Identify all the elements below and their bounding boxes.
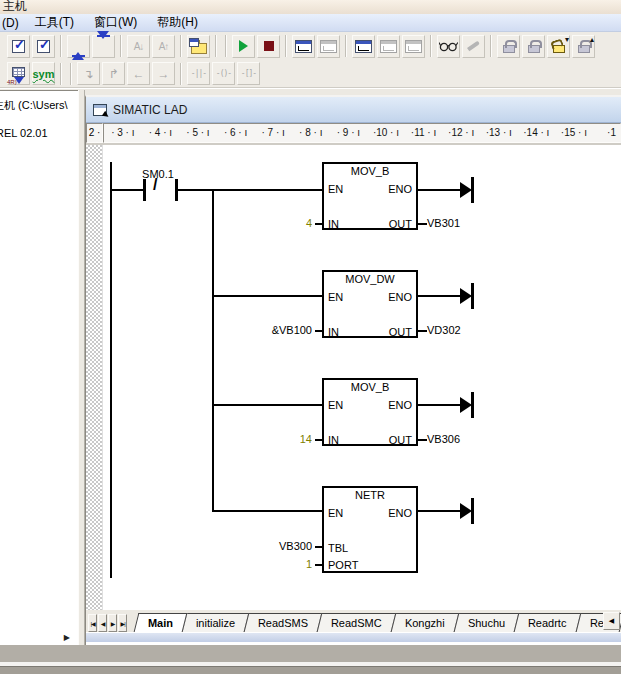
- write-lock-button[interactable]: [522, 35, 545, 58]
- menu-item-tools[interactable]: 工具(T): [25, 14, 84, 31]
- rung4-wire: [212, 510, 322, 512]
- toolbar-separator: [430, 35, 432, 57]
- force-button[interactable]: [462, 35, 485, 58]
- unlock-button[interactable]: ▾: [547, 35, 570, 58]
- horizontal-scrollbar[interactable]: [86, 632, 621, 642]
- tab-initialize[interactable]: initialize: [182, 613, 250, 632]
- box-icon: -[]-: [241, 69, 256, 78]
- sort-ascending-button[interactable]: A↑: [152, 35, 175, 58]
- toolbar-separator: [180, 35, 182, 57]
- run-icon: [239, 40, 248, 52]
- symbolic-addressing-button[interactable]: sym: [32, 62, 55, 85]
- tab-nav-next-button[interactable]: ▶: [108, 614, 117, 632]
- relock-icon: [578, 45, 590, 53]
- ruler-tick-cell: · 3 · ı: [104, 124, 142, 142]
- block-mov-dw[interactable]: MOV_DW EN ENO IN OUT: [322, 270, 418, 338]
- program-status-icon: [295, 40, 312, 53]
- operand-out-2[interactable]: VD302: [427, 324, 461, 336]
- tab-nav-last-button[interactable]: ▶|: [118, 614, 127, 632]
- pin-in: IN: [328, 326, 339, 338]
- pin-out: OUT: [389, 218, 412, 230]
- relock-arrow-icon: ▴: [590, 37, 594, 43]
- menu-item-help[interactable]: 帮助(H): [147, 14, 208, 31]
- network-margin: [86, 145, 103, 610]
- stop-button[interactable]: [257, 35, 280, 58]
- block-mov-b-1[interactable]: MOV_B EN ENO IN OUT: [322, 162, 418, 230]
- operand-in-1[interactable]: 4: [244, 217, 312, 229]
- pin-eno: ENO: [388, 507, 412, 519]
- toolbar-separator: [215, 35, 217, 57]
- ruler-tick-cell: · 4 · ı: [142, 124, 180, 142]
- line-left-button[interactable]: ←: [127, 62, 150, 85]
- toolbar-separator: [285, 35, 287, 57]
- menu-item-window[interactable]: 窗口(W): [84, 14, 147, 31]
- pin-out: OUT: [389, 434, 412, 446]
- compile-button[interactable]: [7, 35, 30, 58]
- download-button[interactable]: [92, 35, 115, 58]
- upload-button[interactable]: [67, 35, 90, 58]
- read-lock-button[interactable]: [497, 35, 520, 58]
- operand-in-2[interactable]: &VB100: [244, 324, 312, 336]
- line-right-button[interactable]: →: [152, 62, 175, 85]
- pin-port: PORT: [328, 559, 358, 571]
- tab-scroll-left-button[interactable]: ◀: [603, 612, 620, 630]
- project-tree-node-host[interactable]: 主机 (C:\Users\: [0, 98, 78, 113]
- branch-vertical-wire: [212, 189, 214, 512]
- compile-all-button[interactable]: [32, 35, 55, 58]
- block-mov-b-2[interactable]: MOV_B EN ENO IN OUT: [322, 378, 418, 446]
- compile-icon: [12, 40, 25, 53]
- block-netr[interactable]: NETR EN ENO TBL PORT: [322, 486, 418, 573]
- ruler-tick-cell: · 5 · ı: [179, 124, 217, 142]
- panel-scroll-right-icon[interactable]: ▶: [64, 633, 70, 642]
- operand-out-3[interactable]: VB306: [427, 433, 460, 445]
- monitor-button[interactable]: [437, 35, 460, 58]
- eno-wire-2: [418, 295, 461, 297]
- application-window: 主机 (D) 工具(T) 窗口(W) 帮助(H) A↓ A↑: [0, 0, 621, 674]
- address-table-button[interactable]: 4R): [7, 62, 30, 85]
- insert-coil-button[interactable]: -()-: [212, 62, 235, 85]
- pause-status-button[interactable]: [317, 35, 340, 58]
- operand-in-3[interactable]: 14: [244, 433, 312, 445]
- chart-status-button[interactable]: [352, 35, 375, 58]
- force-pen-icon: [467, 41, 480, 52]
- sort-descending-button[interactable]: A↓: [127, 35, 150, 58]
- ruler-tick-cell: · 6 · ı: [217, 124, 255, 142]
- toolbar-separator: [120, 35, 122, 57]
- project-tree-node-cpu[interactable]: REL 02.01: [0, 127, 78, 139]
- line-down-button[interactable]: ↴: [77, 62, 100, 85]
- tab-nav-prev-button[interactable]: ◀: [98, 614, 107, 632]
- sort-ascending-icon: A↑: [159, 41, 169, 52]
- line-up-button[interactable]: ↱: [102, 62, 125, 85]
- chart-pause-button[interactable]: [377, 35, 400, 58]
- write-lock-icon: [528, 45, 540, 53]
- chart-write-button[interactable]: [402, 35, 425, 58]
- lad-window-titlebar[interactable]: SIMATIC LAD: [86, 97, 621, 123]
- in-stub: [315, 330, 322, 332]
- menu-item-debug[interactable]: (D): [0, 16, 25, 30]
- tab-readsmc[interactable]: ReadSMC: [317, 613, 396, 632]
- tab-kongzhi[interactable]: Kongzhi: [391, 613, 460, 632]
- tab-nav-first-button[interactable]: |◀: [88, 614, 97, 632]
- tab-readrtc[interactable]: Readrtc: [514, 613, 581, 632]
- operand-tbl[interactable]: VB300: [244, 540, 312, 552]
- panel-splitter[interactable]: [78, 90, 85, 645]
- contact-bar-left[interactable]: [143, 179, 146, 201]
- ladder-canvas[interactable]: SM0.1 / MOV_B EN ENO IN OUT 4 VB301: [86, 145, 621, 610]
- operand-port[interactable]: 1: [244, 558, 312, 570]
- run-button[interactable]: [232, 35, 255, 58]
- tab-main[interactable]: Main: [134, 613, 188, 632]
- ruler-tick-cell: ·10 · ı: [367, 124, 405, 142]
- pin-en: EN: [328, 183, 343, 195]
- insert-contact-button[interactable]: -||-: [187, 62, 210, 85]
- relock-button[interactable]: ▴: [572, 35, 595, 58]
- chart-pause-icon: [380, 40, 397, 53]
- pin-eno: ENO: [388, 183, 412, 195]
- operand-out-1[interactable]: VB301: [427, 217, 460, 229]
- ruler-tick-cell: ·14 · ı: [518, 124, 556, 142]
- tab-shuchu[interactable]: Shuchu: [454, 613, 520, 632]
- insert-box-button[interactable]: -[]-: [237, 62, 260, 85]
- program-status-button[interactable]: [292, 35, 315, 58]
- project-tree-panel[interactable]: 主机 (C:\Users\ REL 02.01 ▶: [0, 90, 78, 645]
- tab-readsms[interactable]: ReadSMS: [244, 613, 323, 632]
- options-button[interactable]: [187, 35, 210, 58]
